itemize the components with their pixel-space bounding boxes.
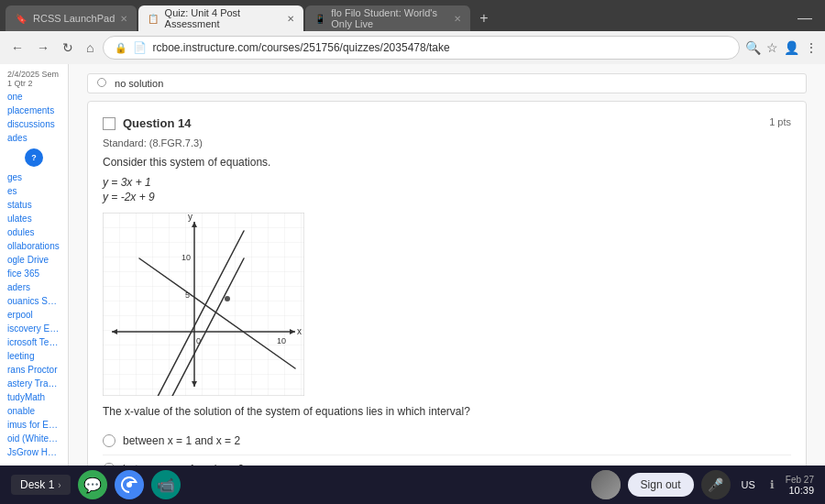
sidebar-help-icon[interactable]: ?	[25, 148, 43, 167]
tab-label-2: Quiz: Unit 4 Post Assessment	[165, 7, 282, 29]
radio-no-solution	[97, 78, 106, 87]
search-icon[interactable]: 🔍	[745, 40, 761, 55]
question-14-prompt: Consider this system of equations.	[103, 156, 791, 169]
sidebar-item-aders[interactable]: aders	[0, 280, 68, 294]
sidebar-item-studymath[interactable]: tudyMath	[0, 390, 68, 404]
chrome-icon[interactable]	[115, 470, 144, 499]
svg-text:x: x	[297, 326, 302, 336]
sidebar-item-es[interactable]: es	[0, 184, 68, 198]
no-solution-banner: no solution	[87, 73, 807, 93]
sidebar-item-imus[interactable]: imus for Education	[0, 418, 68, 432]
desk-label: Desk 1	[20, 478, 54, 491]
minimize-button[interactable]: —	[790, 6, 820, 30]
no-solution-text: no solution	[115, 78, 163, 89]
answer-label-1: between x = 1 and x = 2	[123, 434, 240, 447]
profile-icon[interactable]: 👤	[784, 40, 799, 55]
sidebar-item-ouanics-school[interactable]: ouanics School	[0, 294, 68, 308]
sidebar: 2/4/2025 Sem 1 Qtr 2 one placements disc…	[0, 64, 69, 504]
meet-icon[interactable]: 📹	[151, 470, 181, 499]
graph-svg: x y 0 10 5 10	[103, 213, 304, 396]
tab-close-1[interactable]: ✕	[120, 14, 127, 24]
tab-quiz[interactable]: 📋 Quiz: Unit 4 Post Assessment ✕	[138, 5, 303, 31]
taskbar: Desk 1 › 💬 📹 Sign out 🎤 US ℹ Feb 27 10:3…	[0, 466, 825, 504]
svg-text:10: 10	[277, 336, 286, 345]
forward-button[interactable]: →	[33, 38, 53, 57]
taskbar-time: 10:39	[786, 485, 814, 496]
sidebar-item-erpool[interactable]: erpool	[0, 308, 68, 322]
sidebar-item-trans-proctor[interactable]: rans Proctor	[0, 363, 68, 377]
page-icon: 📄	[133, 41, 147, 54]
tab-label-1: RCSS LaunchPad	[33, 13, 115, 24]
taskbar-datetime: Feb 27 10:39	[786, 475, 814, 496]
tab-close-2[interactable]: ✕	[287, 14, 294, 24]
chat-icon[interactable]: 💬	[78, 470, 107, 499]
info-icon[interactable]: ℹ	[766, 478, 778, 491]
interval-question: The x-value of the solution of the syste…	[103, 405, 791, 418]
sign-out-button[interactable]: Sign out	[628, 473, 694, 497]
question-14-title: Question 14	[103, 116, 191, 130]
sidebar-item-onable[interactable]: onable	[0, 404, 68, 418]
sidebar-item-microsoft-teams[interactable]: icrosoft Teams	[0, 335, 68, 349]
main-content: no solution Question 14 1 pts Standard: …	[69, 64, 825, 504]
question-14-label: Question 14	[123, 116, 191, 130]
sidebar-item-status[interactable]: status	[0, 198, 68, 212]
new-tab-button[interactable]: +	[472, 10, 495, 27]
profile-avatar	[591, 470, 621, 499]
sidebar-item-meeting[interactable]: leeting	[0, 349, 68, 363]
tab-icon-1: 🔖	[15, 12, 28, 25]
tab-icon-2: 📋	[148, 12, 159, 25]
address-bar-row: ← → ↻ ⌂ 🔒 📄 rcboe.instructure.com/course…	[0, 31, 825, 64]
sidebar-item-discussions[interactable]: discussions	[0, 117, 68, 131]
tab-close-3[interactable]: ✕	[454, 14, 461, 24]
tab-rcss-launchpad[interactable]: 🔖 RCSS LaunchPad ✕	[6, 5, 137, 31]
sidebar-item-ges[interactable]: ges	[0, 170, 68, 184]
svg-point-17	[225, 296, 230, 301]
url-text: rcboe.instructure.com/courses/251756/qui…	[152, 41, 449, 54]
question-14-standard: Standard: (8.FGR.7.3)	[103, 137, 791, 148]
question-14-header: Question 14 1 pts	[103, 116, 791, 130]
sidebar-item-placements[interactable]: placements	[0, 104, 68, 117]
back-button[interactable]: ←	[7, 38, 28, 57]
sidebar-item-odules[interactable]: odules	[0, 225, 68, 239]
tab-label-3: flo Filo Student: World's Only Live	[331, 7, 448, 29]
sidebar-item-ollaborations[interactable]: ollaborations	[0, 239, 68, 253]
chrome-svg	[121, 477, 138, 493]
page-layout: 2/4/2025 Sem 1 Qtr 2 one placements disc…	[0, 64, 825, 504]
language-label: US	[738, 479, 759, 490]
sidebar-item-one[interactable]: one	[0, 90, 68, 104]
refresh-button[interactable]: ↻	[59, 38, 77, 57]
question-14-checkbox	[103, 117, 116, 130]
sidebar-item-ulates[interactable]: ulates	[0, 212, 68, 225]
tab-filo[interactable]: 📱 flo Filo Student: World's Only Live ✕	[305, 5, 470, 31]
home-button[interactable]: ⌂	[82, 38, 97, 57]
taskbar-date: Feb 27	[786, 475, 814, 485]
svg-text:y: y	[188, 213, 192, 222]
sidebar-item-ades[interactable]: ades	[0, 131, 68, 145]
graph-container: x y 0 10 5 10	[103, 213, 304, 396]
menu-icon[interactable]: ⋮	[805, 40, 818, 55]
radio-option-1[interactable]	[103, 434, 116, 447]
sidebar-item-office365[interactable]: fice 365	[0, 267, 68, 280]
address-bar[interactable]: 🔒 📄 rcboe.instructure.com/courses/251756…	[103, 36, 740, 60]
tab-icon-3: 📱	[314, 12, 325, 25]
browser-chrome: 🔖 RCSS LaunchPad ✕ 📋 Quiz: Unit 4 Post A…	[0, 0, 825, 64]
desk-button[interactable]: Desk 1 ›	[11, 475, 71, 495]
microphone-icon[interactable]: 🎤	[701, 470, 731, 499]
equation-1: y = 3x + 1	[103, 176, 791, 189]
sidebar-date: 2/4/2025 Sem 1 Qtr 2	[0, 68, 68, 90]
sidebar-item-discovery[interactable]: iscovery Education	[0, 322, 68, 335]
toolbar-right: 🔍 ☆ 👤 ⋮	[745, 40, 818, 55]
svg-text:10: 10	[182, 253, 191, 262]
tab-bar: 🔖 RCSS LaunchPad ✕ 📋 Quiz: Unit 4 Post A…	[0, 0, 825, 31]
question-14-pts: 1 pts	[769, 116, 791, 127]
equation-2: y = -2x + 9	[103, 191, 791, 203]
sidebar-item-jsgrow[interactable]: JsGrow HER-K-12	[0, 445, 68, 459]
answer-option-1: between x = 1 and x = 2	[103, 427, 791, 455]
sidebar-item-mastery-tracker[interactable]: astery Tracker	[0, 377, 68, 390]
taskbar-profile[interactable]	[591, 470, 621, 499]
sidebar-item-google-drive[interactable]: ogle Drive	[0, 253, 68, 267]
desk-chevron-icon: ›	[58, 480, 60, 490]
sidebar-item-oid[interactable]: oid (Whiteboard)	[0, 432, 68, 445]
lock-icon: 🔒	[115, 42, 127, 54]
bookmark-icon[interactable]: ☆	[766, 40, 778, 55]
